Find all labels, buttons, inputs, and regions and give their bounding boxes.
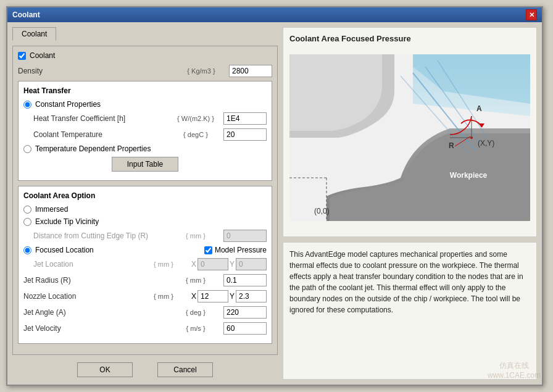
jet-velocity-unit: { m/s } [168, 325, 223, 332]
heat-transfer-title: Heat Transfer [23, 86, 267, 95]
exclude-label: Exclude Tip Vicinity [35, 217, 99, 226]
htc-row: Heat Transfer Coefficient [h] { W/(m2.K)… [23, 112, 267, 125]
jet-location-unit: { mm } [136, 261, 191, 268]
right-panel: Coolant Area Focused Pressure [283, 27, 537, 380]
nozzle-label: Nozzle Location [23, 292, 136, 301]
tab-coolant[interactable]: Coolant [12, 27, 56, 41]
left-panel: Coolant Coolant Density { Kg/m3 } Heat T… [12, 27, 278, 380]
coolant-checkbox[interactable] [18, 52, 26, 60]
coolant-checkbox-label: Coolant [30, 51, 55, 60]
svg-text:R: R [449, 141, 454, 150]
model-pressure-checkbox[interactable] [204, 246, 212, 254]
title-bar-title: Coolant [12, 10, 40, 19]
density-unit: { Kg/m3 } [173, 67, 229, 75]
constant-properties-row: Constant Properties [23, 100, 267, 109]
nozzle-row: Nozzle Location { mm } X Y [23, 290, 267, 302]
ok-button[interactable]: OK [77, 362, 133, 377]
temp-dep-label: Temperature Dependent Properties [35, 144, 151, 153]
bottom-buttons: OK Cancel [12, 357, 278, 380]
jet-location-y-input [236, 258, 267, 270]
exclude-radio[interactable] [23, 218, 31, 226]
htc-label: Heat Transfer Coefficient [h] [33, 114, 168, 123]
diagram-title: Coolant Area Focused Pressure [289, 34, 530, 43]
dialog-window: Coolant ✕ Coolant Coolant Density { Kg/m… [6, 6, 543, 386]
jet-radius-label: Jet Radius (R) [23, 276, 168, 285]
heat-transfer-section: Heat Transfer Constant Properties Heat T… [18, 81, 272, 181]
coolant-temp-label: Coolant Temperature [33, 130, 168, 139]
temp-dep-radio[interactable] [23, 145, 31, 153]
coolant-checkbox-row: Coolant [18, 51, 272, 60]
diagram-svg: Workpiece A (X,Y) [289, 48, 530, 227]
description-text: This AdvantEdge model captures mechanica… [289, 250, 523, 314]
jet-velocity-label: Jet Velocity [23, 324, 168, 333]
immersed-row: Immersed [23, 205, 267, 214]
constant-properties-radio[interactable] [23, 101, 31, 109]
focused-radio[interactable] [23, 246, 31, 254]
temp-dep-row: Temperature Dependent Properties [23, 144, 267, 153]
htc-unit: { W/(m2.K) } [168, 115, 223, 122]
nozzle-y-input[interactable] [236, 290, 267, 302]
focused-row: Focused Location Model Pressure [23, 246, 267, 254]
coolant-temp-input[interactable] [223, 128, 267, 141]
jet-angle-input[interactable] [223, 306, 267, 319]
model-pressure-label: Model Pressure [215, 246, 267, 254]
focused-label: Focused Location [35, 246, 94, 254]
jet-location-label: Jet Location [33, 260, 136, 269]
distance-label: Distance from Cutting Edge Tip (R) [33, 231, 168, 240]
exclude-row: Exclude Tip Vicinity [23, 217, 267, 226]
form-panel: Coolant Density { Kg/m3 } Heat Transfer … [12, 46, 278, 355]
coolant-area-title: Coolant Area Option [23, 191, 267, 200]
watermark: 仿真在线 www.1CAE.com [488, 361, 541, 380]
distance-input [223, 230, 267, 242]
svg-text:Workpiece: Workpiece [450, 171, 488, 180]
nozzle-unit: { mm } [136, 293, 191, 300]
jet-angle-unit: { deg } [168, 309, 223, 316]
density-input[interactable] [229, 65, 272, 77]
jet-velocity-row: Jet Velocity { m/s } [23, 322, 267, 335]
jet-location-row: Jet Location { mm } X Y [23, 258, 267, 270]
jet-radius-unit: { mm } [168, 277, 223, 284]
distance-row: Distance from Cutting Edge Tip (R) { mm … [23, 230, 267, 242]
density-label: Density [18, 67, 173, 75]
description-area: This AdvantEdge model captures mechanica… [283, 242, 537, 380]
jet-radius-input[interactable] [223, 274, 267, 286]
constant-properties-label: Constant Properties [35, 100, 101, 109]
immersed-radio[interactable] [23, 206, 31, 214]
distance-unit: { mm } [168, 232, 223, 240]
jet-velocity-input[interactable] [223, 322, 267, 335]
svg-text:(0,0): (0,0) [314, 207, 330, 215]
dialog-body: Coolant Coolant Density { Kg/m3 } Heat T… [7, 22, 542, 385]
diagram-area: Coolant Area Focused Pressure [283, 27, 537, 237]
jet-angle-row: Jet Angle (A) { deg } [23, 306, 267, 319]
input-table-button[interactable]: Input Table [112, 157, 179, 172]
svg-text:(X,Y): (X,Y) [478, 139, 494, 148]
coolant-temp-row: Coolant Temperature { degC } [23, 128, 267, 141]
nozzle-x-input[interactable] [198, 290, 228, 302]
cancel-button[interactable]: Cancel [157, 362, 213, 377]
title-bar: Coolant ✕ [7, 7, 542, 22]
coolant-area-section: Coolant Area Option Immersed Exclude Tip… [18, 186, 272, 344]
htc-input[interactable] [223, 112, 267, 125]
jet-location-x-input [198, 258, 228, 270]
immersed-label: Immersed [35, 205, 68, 214]
density-row: Density { Kg/m3 } [18, 65, 272, 77]
coolant-temp-unit: { degC } [168, 131, 223, 138]
jet-angle-label: Jet Angle (A) [23, 308, 168, 317]
svg-text:A: A [476, 104, 482, 113]
close-button[interactable]: ✕ [526, 9, 537, 20]
tab-bar: Coolant [12, 27, 278, 41]
jet-radius-row: Jet Radius (R) { mm } [23, 274, 267, 286]
